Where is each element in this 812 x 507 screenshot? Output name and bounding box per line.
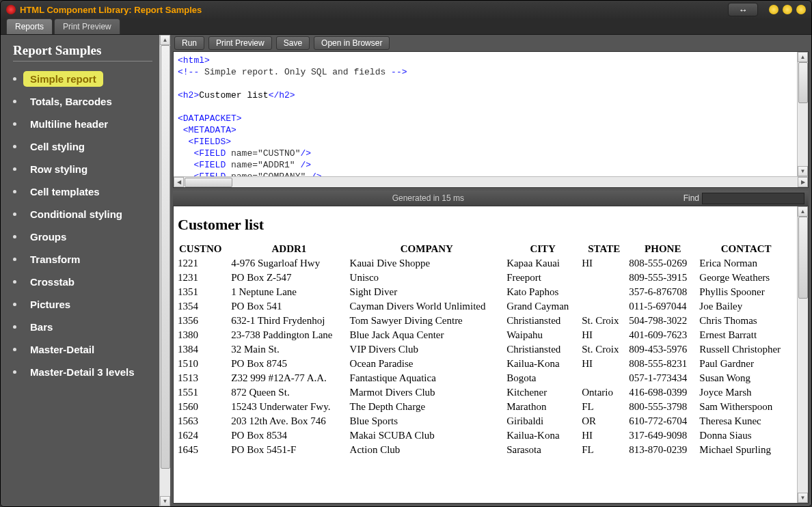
sidebar-item-label: Groups xyxy=(23,229,73,245)
tab-strip: Reports Print Preview xyxy=(1,18,811,35)
report-table: CUSTNOADDR1COMPANYCITYSTATEPHONECONTACT1… xyxy=(176,242,794,457)
sidebar-item-2[interactable]: Multiline header xyxy=(13,116,152,132)
sidebar-item-3[interactable]: Cell styling xyxy=(13,139,152,154)
sidebar-item-label: Simple report xyxy=(23,71,103,87)
sidebar-item-label: Conditional styling xyxy=(23,206,129,222)
sidebar: Report Samples Simple reportTotals, Barc… xyxy=(1,35,170,506)
column-header: CITY xyxy=(505,242,580,256)
sidebar-item-12[interactable]: Master-Detail xyxy=(13,342,152,357)
bullet-icon xyxy=(13,167,16,171)
print-preview-button[interactable]: Print Preview xyxy=(208,36,272,50)
column-header: PHONE xyxy=(627,242,698,256)
scroll-thumb[interactable] xyxy=(161,45,170,469)
scroll-up-icon[interactable]: ▲ xyxy=(160,35,170,45)
maximize-button[interactable] xyxy=(783,5,792,14)
save-button[interactable]: Save xyxy=(276,36,310,50)
table-row: 138432 Main St.VIP Divers ClubChristians… xyxy=(176,342,794,357)
sidebar-item-13[interactable]: Master-Detail 3 levels xyxy=(13,364,152,380)
table-row: 1356632-1 Third FrydenhojTom Sawyer Divi… xyxy=(176,314,794,328)
expand-button[interactable]: ↔ xyxy=(728,3,758,16)
sidebar-item-10[interactable]: Pictures xyxy=(13,297,152,312)
code-hscrollbar[interactable]: ◀ ▶ xyxy=(174,176,808,187)
table-row: 1624PO Box 8534Makai SCUBA ClubKailua-Ko… xyxy=(176,428,794,443)
table-row: 1551872 Queen St.Marmot Divers ClubKitch… xyxy=(176,385,794,400)
sidebar-item-label: Cell templates xyxy=(23,184,107,200)
report-vscrollbar[interactable]: ▲ ▼ xyxy=(797,206,808,503)
close-button[interactable] xyxy=(796,5,806,14)
sidebar-item-label: Master-Detail 3 levels xyxy=(23,364,141,380)
sidebar-item-5[interactable]: Cell templates xyxy=(13,184,152,200)
sidebar-item-label: Master-Detail xyxy=(23,342,101,357)
app-icon xyxy=(6,5,16,14)
sidebar-item-6[interactable]: Conditional styling xyxy=(13,206,152,222)
bullet-icon xyxy=(13,100,16,103)
table-row: 1513Z32 999 #12A-77 A.A.Fantastique Aqua… xyxy=(176,371,794,385)
table-row: 1354PO Box 541Cayman Divers World Unlimi… xyxy=(176,299,794,314)
sidebar-item-7[interactable]: Groups xyxy=(13,229,152,245)
bullet-icon xyxy=(13,190,16,193)
code-vscrollbar[interactable]: ▲ ▼ xyxy=(797,52,808,176)
scroll-up-icon[interactable]: ▲ xyxy=(798,52,808,62)
table-row: 1563203 12th Ave. Box 746Blue SportsGiri… xyxy=(176,414,794,428)
column-header: CUSTNO xyxy=(176,242,230,256)
bullet-icon xyxy=(13,258,16,261)
sidebar-item-9[interactable]: Crosstab xyxy=(13,274,152,290)
toolbar: Run Print Preview Save Open in Browser xyxy=(170,35,811,51)
bullet-icon xyxy=(13,370,16,374)
bullet-icon xyxy=(13,348,16,351)
sidebar-item-label: Crosstab xyxy=(23,274,81,290)
column-header: COMPANY xyxy=(349,242,506,256)
column-header: STATE xyxy=(580,242,627,256)
scroll-down-icon[interactable]: ▼ xyxy=(798,166,808,176)
find-label: Find xyxy=(684,193,699,203)
sidebar-item-1[interactable]: Totals, Barcodes xyxy=(13,94,152,109)
minimize-button[interactable] xyxy=(769,5,779,14)
sidebar-item-8[interactable]: Transform xyxy=(13,251,152,267)
column-header: CONTACT xyxy=(698,242,794,256)
scroll-right-icon[interactable]: ▶ xyxy=(798,177,808,187)
bullet-icon xyxy=(13,122,16,126)
sidebar-item-label: Cell styling xyxy=(23,139,92,154)
code-editor[interactable]: <html> <!-- Simple report. Only SQL and … xyxy=(173,51,809,188)
sidebar-scrollbar[interactable]: ▲ ▼ xyxy=(159,35,170,506)
table-row: 1645PO Box 5451-FAction ClubSarasotaFL81… xyxy=(176,443,794,457)
report-title: Customer list xyxy=(178,216,794,234)
sidebar-item-label: Row styling xyxy=(23,161,94,177)
window-title: HTML Component Library: Report Samples xyxy=(20,5,202,15)
status-bar: Generated in 15 ms Find xyxy=(173,191,809,206)
status-generated: Generated in 15 ms xyxy=(173,193,684,203)
bullet-icon xyxy=(13,325,16,329)
scroll-thumb[interactable] xyxy=(798,217,808,299)
scroll-left-icon[interactable]: ◀ xyxy=(174,177,184,187)
sidebar-item-4[interactable]: Row styling xyxy=(13,161,152,177)
bullet-icon xyxy=(13,213,16,216)
bullet-icon xyxy=(13,280,16,284)
sidebar-item-label: Bars xyxy=(23,319,59,335)
sidebar-item-label: Pictures xyxy=(23,297,77,312)
table-row: 13511 Neptune LaneSight DiverKato Paphos… xyxy=(176,285,794,299)
sidebar-item-11[interactable]: Bars xyxy=(13,319,152,335)
tab-reports[interactable]: Reports xyxy=(6,18,53,34)
scroll-down-icon[interactable]: ▼ xyxy=(798,493,808,503)
report-preview: Customer list CUSTNOADDR1COMPANYCITYSTAT… xyxy=(173,206,809,504)
scroll-thumb[interactable] xyxy=(798,62,808,103)
scroll-up-icon[interactable]: ▲ xyxy=(798,206,808,217)
run-button[interactable]: Run xyxy=(174,36,204,50)
table-row: 156015243 Underwater Fwy.The Depth Charg… xyxy=(176,400,794,414)
bullet-icon xyxy=(13,235,16,238)
column-header: ADDR1 xyxy=(230,242,348,256)
sidebar-item-0[interactable]: Simple report xyxy=(13,71,152,87)
find-input[interactable] xyxy=(702,193,804,204)
bullet-icon xyxy=(13,77,16,81)
table-row: 1231PO Box Z-547UniscoFreeport809-555-39… xyxy=(176,271,794,285)
table-row: 138023-738 Paddington LaneBlue Jack Aqua… xyxy=(176,328,794,342)
open-browser-button[interactable]: Open in Browser xyxy=(314,36,390,50)
table-row: 1510PO Box 8745Ocean ParadiseKailua-Kona… xyxy=(176,357,794,371)
scroll-down-icon[interactable]: ▼ xyxy=(160,496,170,506)
bullet-icon xyxy=(13,303,16,306)
bullet-icon xyxy=(13,145,16,148)
scroll-thumb[interactable] xyxy=(185,178,232,187)
table-row: 12214-976 Sugarloaf HwyKauai Dive Shoppe… xyxy=(176,256,794,271)
sidebar-item-label: Multiline header xyxy=(23,116,115,132)
tab-print-preview[interactable]: Print Preview xyxy=(54,18,120,34)
